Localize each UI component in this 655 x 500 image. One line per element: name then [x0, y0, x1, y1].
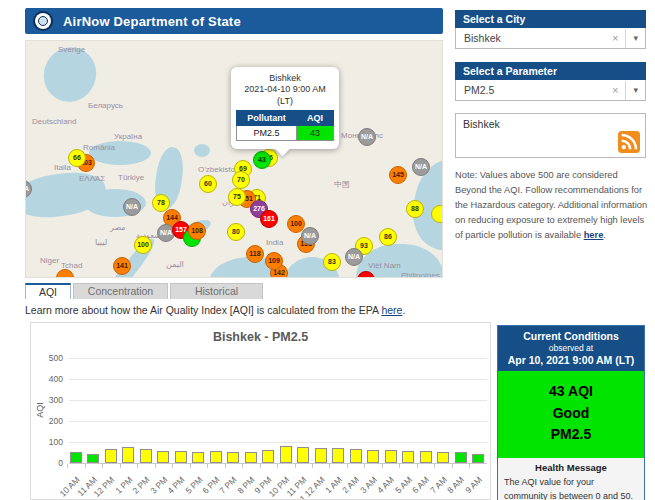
current-aqi-parameter: PM2.5	[500, 424, 642, 446]
chart-y-tick-label: 100	[33, 437, 63, 447]
chart-bar[interactable]	[105, 449, 117, 463]
chart-x-tick	[347, 464, 348, 468]
map-marker[interactable]: 43	[253, 151, 271, 169]
chart-bar[interactable]	[122, 447, 134, 463]
chart-bar[interactable]	[350, 449, 362, 463]
map-marker[interactable]: 80	[227, 223, 245, 241]
observed-at-label: observed at	[500, 343, 642, 353]
popup-datetime: 2021-04-10 9:00 AM	[236, 84, 334, 95]
chart-x-tick	[67, 464, 68, 468]
rss-feed-box: Bishkek	[455, 113, 646, 158]
note-text: Note: Values above 500 are considered Be…	[455, 168, 649, 242]
chart-x-tick	[207, 464, 208, 468]
map-marker[interactable]: 70	[232, 171, 250, 189]
chart-bar[interactable]	[455, 452, 467, 463]
chart-bar[interactable]	[157, 451, 169, 463]
popup-table: Pollutant AQI PM2.5 43	[236, 110, 334, 141]
chart-bar[interactable]	[280, 446, 292, 463]
dropdown-caret-icon[interactable]: ▾	[626, 85, 645, 95]
chart-x-tick-label: 8 PM	[235, 474, 256, 495]
chart-bar[interactable]	[385, 450, 397, 463]
chart-x-tick-label: 8 AM	[445, 474, 466, 495]
chart-bar[interactable]	[472, 454, 484, 463]
dropdown-caret-icon[interactable]: ▾	[626, 33, 645, 43]
chart-x-tick-label: 2 AM	[340, 474, 361, 495]
map-marker[interactable]: N/A	[412, 158, 430, 176]
map-place-label: Việt Nam	[368, 261, 401, 270]
map-place-label: ليبيا	[95, 238, 107, 247]
map-marker[interactable]: N/A	[301, 227, 319, 245]
map-place-label: Türkiye	[118, 173, 144, 182]
tab-aqi[interactable]: AQI	[25, 283, 71, 299]
popup-col-pollutant: Pollutant	[237, 110, 297, 125]
map-marker[interactable]: 83	[323, 253, 341, 271]
map-marker[interactable]: 88	[406, 200, 424, 218]
current-conditions-panel: Current Conditions observed at Apr 10, 2…	[497, 325, 645, 500]
map-marker[interactable]: 145	[389, 166, 407, 184]
chart-bar[interactable]	[367, 450, 379, 463]
map-marker[interactable]: 109	[265, 252, 283, 270]
chart-x-tick-label: 4 AM	[375, 474, 396, 495]
map-marker[interactable]	[431, 205, 443, 223]
city-select[interactable]: Bishkek × ▾	[455, 28, 646, 49]
chart-bar[interactable]	[332, 448, 344, 463]
chart-x-tick	[469, 464, 470, 468]
chart-bar[interactable]	[70, 452, 82, 463]
current-conditions-header: Current Conditions observed at Apr 10, 2…	[498, 326, 644, 371]
tab-historical[interactable]: Historical	[170, 283, 263, 299]
chart-bar[interactable]	[402, 451, 414, 463]
rss-icon[interactable]	[618, 131, 640, 153]
map-marker[interactable]: N/A	[123, 198, 141, 216]
chart-bar[interactable]	[297, 447, 309, 463]
chart-x-tick	[137, 464, 138, 468]
chart-bar[interactable]	[87, 454, 99, 463]
chart-bar[interactable]	[245, 452, 257, 463]
state-department-seal-icon	[33, 11, 53, 31]
map-marker[interactable]: 141	[113, 257, 131, 275]
chart-x-tick-label: 5 AM	[393, 474, 414, 495]
chart-x-tick	[85, 464, 86, 468]
chart-x-tick-label: 3 PM	[148, 474, 169, 495]
map-marker[interactable]: N/A	[345, 248, 363, 266]
map-marker[interactable]: 108	[188, 222, 206, 240]
clear-icon[interactable]: ×	[605, 29, 626, 48]
chart-y-tick-label: 200	[33, 416, 63, 426]
chart-bar[interactable]	[227, 452, 239, 463]
map-place-label: 中国	[334, 179, 350, 190]
chart-x-tick	[277, 464, 278, 468]
clear-icon[interactable]: ×	[605, 81, 626, 100]
map-place-label: Italia	[54, 163, 71, 172]
chart-bar[interactable]	[175, 451, 187, 463]
map-marker[interactable]: 75	[228, 188, 246, 206]
map-place-label: Sverige	[58, 45, 85, 54]
chart-bar[interactable]	[437, 452, 449, 463]
chart-bar[interactable]	[315, 448, 327, 463]
map-marker[interactable]: N/A	[358, 128, 376, 146]
chart-x-tick	[190, 464, 191, 468]
chart-y-tick-label: 300	[33, 395, 63, 405]
map-marker[interactable]: 86	[379, 228, 397, 246]
chart-bar[interactable]	[192, 452, 204, 463]
map-marker[interactable]: 60	[199, 175, 217, 193]
learn-more-prefix: Learn more about how the Air Quality Ind…	[25, 304, 381, 316]
map-marker[interactable]: 100	[134, 236, 152, 254]
map-marker[interactable]: 161	[260, 210, 278, 228]
chart-bar[interactable]	[262, 450, 274, 463]
chart-bar[interactable]	[140, 449, 152, 463]
chart-bar[interactable]	[210, 451, 222, 463]
map-marker[interactable]	[56, 269, 74, 278]
map-marker[interactable]: 66	[68, 149, 86, 167]
chart-bar[interactable]	[420, 451, 432, 463]
learn-more-suffix: .	[402, 304, 405, 316]
note-link[interactable]: here	[584, 230, 604, 240]
rss-feed-label: Bishkek	[463, 118, 500, 130]
aqi-map[interactable]: SverigeБеларусьDeutschlandУкраїнаRomânia…	[25, 40, 443, 278]
map-place-label: Україна	[114, 132, 142, 141]
parameter-select[interactable]: PM2.5 × ▾	[455, 80, 646, 101]
map-place-label: India	[266, 238, 283, 247]
chart-x-tick-label: 1 PM	[113, 474, 134, 495]
tab-concentration[interactable]: Concentration	[73, 283, 168, 299]
map-marker[interactable]: 118	[246, 245, 264, 263]
current-aqi-category: Good	[500, 403, 642, 425]
epa-link[interactable]: here	[381, 304, 402, 316]
